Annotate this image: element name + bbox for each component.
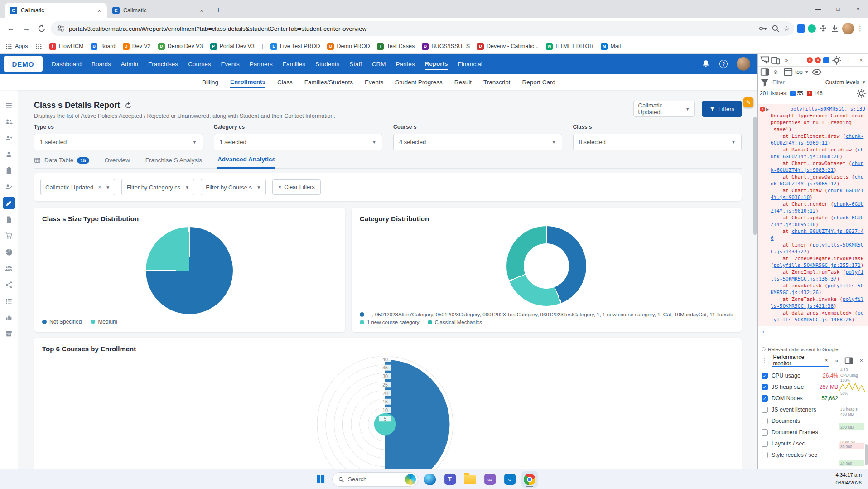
notifications-bell-icon[interactable] <box>701 59 710 68</box>
nav-staff[interactable]: Staff <box>349 59 362 69</box>
taskbar-start-icon[interactable] <box>312 471 328 488</box>
taskbar-clock[interactable]: 4:34:17 am 03/04/2026 <box>835 471 862 486</box>
chip-clear-icon[interactable]: × <box>98 184 101 190</box>
sidebar-item-profile[interactable] <box>0 146 18 162</box>
sidebar-item-analytics[interactable] <box>0 309 18 325</box>
device-toolbar-icon[interactable] <box>771 55 781 65</box>
sidebar-item-archive[interactable] <box>0 325 18 342</box>
chip-filter-by-course-s[interactable]: Filter by Course s▼ <box>201 179 266 195</box>
devtools-scrollbar[interactable] <box>865 444 868 465</box>
issues-settings-icon[interactable] <box>856 88 866 98</box>
tab-overview[interactable]: Overview <box>105 157 130 168</box>
devtools-settings-icon[interactable] <box>832 55 842 65</box>
checkbox-dom-nodes[interactable]: ✓ <box>762 395 768 402</box>
nav-families[interactable]: Families <box>283 59 305 69</box>
nav-reports[interactable]: Reports <box>425 58 448 70</box>
sidebar-item-contacts[interactable] <box>0 113 18 130</box>
browser-menu-kebab-icon[interactable]: ⋮ <box>857 24 863 33</box>
address-bar[interactable]: portalv3.calibermatrix.com/#/reports/enr… <box>51 21 794 36</box>
nav-admin[interactable]: Admin <box>121 59 138 69</box>
back-button[interactable]: ← <box>5 22 17 35</box>
extension-icon-green[interactable] <box>808 24 816 33</box>
taskbar-chrome-icon[interactable] <box>521 471 538 488</box>
live-expression-eye-icon[interactable] <box>812 67 822 77</box>
demo-logo[interactable]: DEMO <box>4 56 43 72</box>
legend-item-medium[interactable]: Medium <box>91 319 117 325</box>
filter-select-course-s[interactable]: 4 selected▼ <box>393 134 562 150</box>
new-tab-button[interactable]: + <box>212 4 225 16</box>
tab-franchise-s-analysis[interactable]: Franchise S Analysis <box>145 157 202 168</box>
more-tabs-icon[interactable]: » <box>781 55 791 65</box>
user-avatar[interactable] <box>737 57 750 71</box>
perf-row-style-recalcs-sec[interactable]: Style recalcs / sec <box>762 449 838 460</box>
help-icon[interactable]: ? <box>719 60 728 68</box>
subnav-events[interactable]: Events <box>365 76 383 88</box>
close-button[interactable]: × <box>848 0 868 18</box>
bookmark-devenv-calimatic[interactable]: DDevenv - Calimatic... <box>477 43 539 50</box>
bookmark-dev-v2[interactable]: DDev V2 <box>123 43 151 50</box>
search-highlights-icon[interactable] <box>405 474 416 485</box>
console-filter-input[interactable]: Filter <box>772 79 785 86</box>
perf-row-js-event-listeners[interactable]: JS event listeners <box>762 404 838 415</box>
sidebar-item-store[interactable] <box>0 228 18 244</box>
checkbox-document-frames[interactable] <box>762 429 768 436</box>
sidebar-item-documents[interactable] <box>0 211 18 228</box>
subnav-student-progress[interactable]: Student Progress <box>395 76 442 88</box>
legend-item-1-new-course-category[interactable]: 1 new course category <box>360 320 420 325</box>
category-donut-chart[interactable] <box>506 226 586 306</box>
sidebar-item-approvals[interactable] <box>0 179 18 195</box>
refresh-report-icon[interactable] <box>125 102 132 109</box>
bookmark-demo-dev-v3[interactable]: DDemo Dev V3 <box>158 43 203 50</box>
bookmark-apps-grid[interactable] <box>35 43 42 50</box>
tab-advanced-analytics[interactable]: Advanced Analytics <box>217 156 275 169</box>
legend-item-classical-mechanics[interactable]: Classical Mechanics <box>428 320 482 325</box>
checkbox-cpu-usage[interactable]: ✓ <box>762 373 768 379</box>
perf-row-js-heap-size[interactable]: ✓JS heap size267 MB <box>762 381 838 392</box>
legend-item-categories[interactable]: ---, 05012023After7Category, 05012023Cat… <box>360 312 733 317</box>
stack-source-link[interactable]: polyfills-5OKMR5GC.js:355:171 <box>774 262 861 268</box>
bookmark-mail[interactable]: MMail <box>601 43 621 50</box>
tab-data-table[interactable]: Data Table15 <box>34 157 89 168</box>
expand-triangle-icon[interactable]: ▶ <box>766 106 769 113</box>
tab-close-icon[interactable]: × <box>95 6 103 15</box>
forward-button[interactable]: → <box>20 22 33 35</box>
bookmark-apps[interactable]: Apps <box>5 43 28 50</box>
nav-dashboard[interactable]: Dashboard <box>52 59 82 69</box>
checkbox-documents[interactable] <box>762 418 768 424</box>
sidebar-item-report-charts[interactable] <box>0 244 18 260</box>
bookmark-flowhcm[interactable]: fFlowHCM <box>49 43 84 50</box>
bookmark-live-test-prod[interactable]: LLive Test PROD <box>270 43 320 50</box>
perf-row-dom-nodes[interactable]: ✓DOM Nodes57,662 <box>762 392 838 404</box>
taskbar-search-box[interactable]: Search <box>332 472 418 487</box>
checkbox-js-event-listeners[interactable] <box>762 407 768 413</box>
error-source-link[interactable]: polyfills-5OKMR5GC.js:139 <box>790 106 865 112</box>
browser-tab-1[interactable]: C Calimatic × <box>5 3 107 18</box>
subnav-billing[interactable]: Billing <box>202 76 218 88</box>
devtools-kebab-icon[interactable]: ⋮ <box>844 55 854 65</box>
checkbox-js-heap-size[interactable]: ✓ <box>762 384 768 390</box>
subnav-families-students[interactable]: Families/Students <box>304 76 353 88</box>
taskbar-teams-icon[interactable]: T <box>442 471 458 488</box>
minimize-button[interactable]: — <box>808 0 828 18</box>
clear-filters-button[interactable]: × Clear Filters <box>272 179 321 195</box>
perf-row-layouts-sec[interactable]: Layouts / sec <box>762 438 838 449</box>
error-badge-icon[interactable]: × <box>807 57 813 63</box>
checkbox-style-recalcs-sec[interactable] <box>762 452 768 458</box>
edit-pencil-widget[interactable]: ✎ <box>743 97 753 107</box>
relevant-data-link[interactable]: Relevant data <box>768 347 799 352</box>
bookmark-star-icon[interactable]: ☆ <box>784 24 790 33</box>
chip-calimatic-updated[interactable]: Calimatic Updated×▼ <box>40 179 115 195</box>
content-scrollbar[interactable] <box>753 117 757 235</box>
nav-parties[interactable]: Parties <box>396 59 415 69</box>
tab-close-icon[interactable]: × <box>198 6 206 15</box>
subnav-transcript[interactable]: Transcript <box>483 76 511 88</box>
filter-select-type-cs[interactable]: 1 selected▼ <box>34 134 203 150</box>
inspect-element-icon[interactable] <box>760 55 770 65</box>
sidebar-item-add-person[interactable] <box>0 130 18 146</box>
bookmark-portal-dev-v3[interactable]: PPortal Dev V3 <box>210 43 255 50</box>
bookmark-demo-prod[interactable]: DDemo PROD <box>327 43 370 50</box>
top-courses-polar-chart[interactable]: 403530252015105 <box>42 356 728 469</box>
dock-panel-icon[interactable] <box>844 356 854 366</box>
subnav-class[interactable]: Class <box>277 76 293 88</box>
sidebar-item-community[interactable] <box>0 260 18 276</box>
